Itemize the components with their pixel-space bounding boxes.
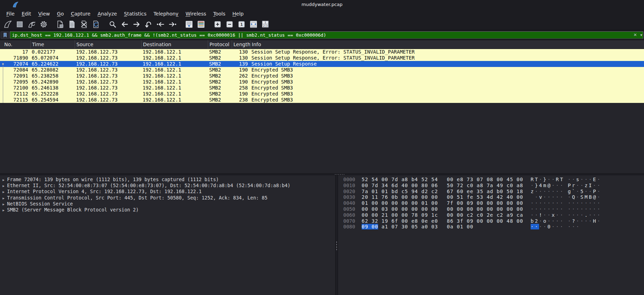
packet-list: 170.022177192.168.122.73192.168.122.1SMB… [0, 49, 644, 173]
filter-dropdown-icon[interactable]: ▾ [640, 32, 642, 38]
expand-arrow-icon[interactable]: ▸ [0, 177, 7, 183]
expand-arrow-icon[interactable]: ▸ [0, 189, 7, 195]
hex-row[interactable]: 004001 00 00 00 00 00 01 007f 00 09 00 0… [343, 200, 644, 206]
menu-go[interactable]: Go [54, 9, 67, 18]
hex-row[interactable]: 007062 32 19 6f 00 e8 0e e086 3f 09 00 0… [343, 218, 644, 224]
detail-row[interactable]: ▸NetBIOS Session Service [0, 201, 335, 207]
go-to-packet-button[interactable] [144, 19, 153, 29]
hex-row[interactable]: 003020 11 76 0b 00 00 00 0000 51 fe 53 4… [343, 194, 644, 200]
cell-destination: 192.168.122.1 [141, 85, 208, 91]
filter-bookmark-button[interactable] [1, 31, 9, 39]
cell-info: Session Setup Response [250, 61, 644, 67]
cell-time: 65.224622 [30, 61, 75, 67]
menu-statistics[interactable]: Statistics [120, 9, 150, 18]
capture-options-button[interactable] [39, 19, 48, 29]
colorize-packets-button[interactable] [196, 19, 206, 29]
go-back-button[interactable] [120, 19, 129, 29]
find-packet-icon [108, 20, 117, 29]
menu-capture[interactable]: Capture [67, 9, 94, 18]
hex-row[interactable]: 00207a 01 01 bd c5 94 d2 c267 60 ee 35 a… [343, 189, 644, 195]
ascii-bytes: g`·5··P· [568, 189, 601, 195]
start-capture-button[interactable] [3, 19, 12, 29]
column-header-no[interactable]: No. [0, 40, 30, 49]
hex-row[interactable]: 006000 00 21 00 00 78 09 1c00 00 c2 c0 2… [343, 212, 644, 218]
menu-file[interactable]: File [3, 9, 18, 18]
column-header-source[interactable]: Source [75, 40, 141, 49]
packet-row-selected[interactable]: 7207465.224622192.168.122.73192.168.122.… [0, 61, 644, 67]
filter-clear-icon[interactable]: ✕ [633, 32, 637, 38]
last-packet-button[interactable] [168, 19, 177, 29]
cell-protocol: SMB2 [208, 73, 232, 79]
cell-source: 192.168.122.73 [75, 73, 141, 79]
packet-row[interactable]: 7209565.242890192.168.122.73192.168.122.… [0, 79, 644, 85]
hex-row[interactable]: 005000 00 03 00 00 00 00 0000 00 00 00 0… [343, 206, 644, 212]
normal-size-button[interactable]: 1 [237, 19, 246, 29]
detail-row[interactable]: ▸Internet Protocol Version 4, Src: 192.1… [0, 189, 335, 195]
menu-wireless[interactable]: Wireless [182, 9, 210, 18]
ascii-bytes: ····0··· [531, 224, 564, 230]
restart-capture-button[interactable] [27, 19, 36, 29]
reload-file-button[interactable] [91, 19, 101, 29]
menu-view[interactable]: View [35, 9, 54, 18]
stop-capture-button[interactable] [15, 19, 24, 29]
packet-row[interactable]: 170.022177192.168.122.73192.168.122.1SMB… [0, 49, 644, 55]
menu-edit[interactable]: Edit [18, 9, 35, 18]
hex-bytes: 7f 00 09 00 00 00 00 00 [447, 200, 524, 206]
zoom-in-button[interactable] [213, 19, 222, 29]
cell-length: 130 [232, 49, 250, 55]
expand-arrow-icon[interactable]: ▸ [0, 207, 7, 213]
column-header-time[interactable]: Time [30, 40, 75, 49]
find-packet-button[interactable] [108, 19, 117, 29]
detail-row[interactable]: ▸Transmission Control Protocol, Src Port… [0, 195, 335, 201]
packet-row[interactable]: 7189065.072074192.168.122.73192.168.122.… [0, 55, 644, 61]
packet-row[interactable]: 7211265.252228192.168.122.73192.168.122.… [0, 91, 644, 97]
hex-bytes: 52 54 00 7d a8 b4 52 54 [362, 177, 438, 183]
hex-row[interactable]: 008009 00 a1 07 30 05 a0 030a 01 00····0… [343, 224, 644, 230]
cell-info: Encrypted SMB3 [250, 73, 644, 79]
cell-source: 192.168.122.73 [75, 85, 141, 91]
filter-input[interactable] [10, 31, 643, 39]
hex-row[interactable]: 001000 7d 34 6d 40 00 80 0650 72 c0 a8 7… [343, 183, 644, 189]
zoom-out-icon [225, 20, 234, 29]
close-file-button[interactable] [79, 19, 89, 29]
ascii-bytes: ··· [568, 224, 580, 230]
zoom-out-button[interactable] [225, 19, 234, 29]
first-packet-button[interactable] [156, 19, 165, 29]
detail-row[interactable]: ▸Frame 72074: 139 bytes on wire (1112 bi… [0, 177, 335, 183]
cell-source: 192.168.122.73 [75, 49, 141, 55]
column-header-info[interactable]: Info [250, 40, 644, 49]
vertical-splitter[interactable] [335, 175, 338, 295]
detail-row[interactable]: ▸Ethernet II, Src: 52:54:00:e8:73:07 (52… [0, 183, 335, 189]
column-header-length[interactable]: Length [232, 40, 250, 49]
hex-bytes: 00 e8 73 07 08 00 45 00 [447, 177, 524, 183]
column-header-destination[interactable]: Destination [141, 40, 208, 49]
detail-row[interactable]: ▸SMB2 (Server Message Block Protocol ver… [0, 207, 335, 213]
packet-row[interactable]: 7211565.254594192.168.122.73192.168.122.… [0, 97, 644, 103]
column-header-protocol[interactable]: Protocol [208, 40, 232, 49]
reset-layout-button[interactable]: 123 [261, 19, 270, 29]
menu-help[interactable]: Help [229, 9, 247, 18]
menu-tools[interactable]: Tools [210, 9, 229, 18]
close-file-icon [80, 20, 89, 29]
hex-bytes: 01 00 00 00 00 00 01 00 [362, 200, 438, 206]
cell-length: 262 [232, 73, 250, 79]
cell-no: 72115 [0, 97, 30, 103]
resize-columns-button[interactable] [249, 19, 258, 29]
hex-bytes: 00 7d 34 6d 40 00 80 06 [362, 183, 438, 189]
auto-scroll-button[interactable] [184, 19, 194, 29]
expand-arrow-icon[interactable]: ▸ [0, 183, 7, 189]
expand-arrow-icon[interactable]: ▸ [0, 195, 7, 201]
cell-protocol: SMB2 [208, 97, 232, 103]
menu-telephony[interactable]: Telephony [150, 9, 182, 18]
open-file-button[interactable] [55, 19, 65, 29]
packet-row[interactable]: 7209165.238258192.168.122.73192.168.122.… [0, 73, 644, 79]
expand-arrow-icon[interactable]: ▸ [0, 201, 7, 207]
packet-row[interactable]: 7208465.228082192.168.122.73192.168.122.… [0, 67, 644, 73]
cell-time: 0.022177 [30, 49, 75, 55]
svg-text:1: 1 [264, 21, 266, 24]
packet-row[interactable]: 7210065.246138192.168.122.73192.168.122.… [0, 85, 644, 91]
hex-row[interactable]: 000052 54 00 7d a8 b4 52 5400 e8 73 07 0… [343, 177, 644, 183]
menu-analyze[interactable]: Analyze [94, 9, 120, 18]
go-forward-button[interactable] [132, 19, 141, 29]
save-file-button[interactable] [67, 19, 77, 29]
